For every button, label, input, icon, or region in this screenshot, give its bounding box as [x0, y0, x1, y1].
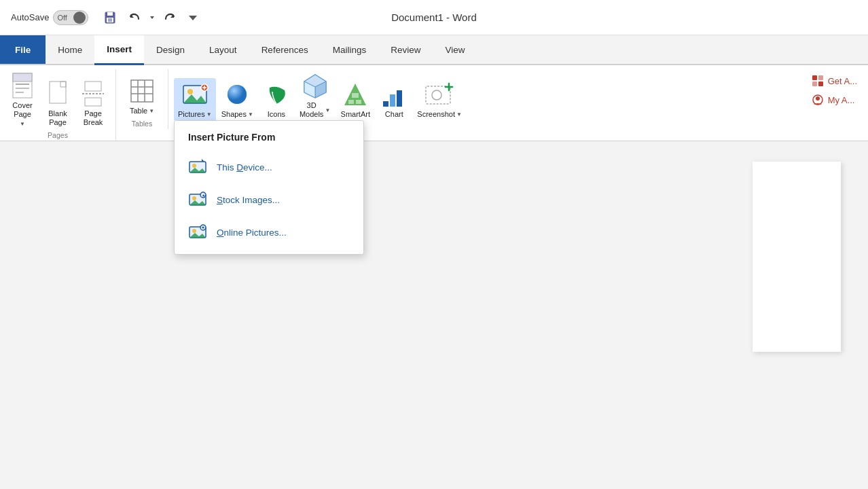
svg-rect-59: [812, 75, 817, 80]
pictures-icon: [181, 81, 209, 108]
stock-images-label: Stock Images...: [217, 195, 280, 205]
screenshot-label: Screenshot: [417, 110, 455, 119]
undo-dropdown-button[interactable]: [148, 12, 156, 24]
document-area: [0, 141, 868, 487]
svg-text:★: ★: [202, 194, 205, 198]
save-button[interactable]: [99, 8, 121, 27]
customize-qat-button[interactable]: [183, 10, 202, 26]
icons-icon: [263, 81, 290, 108]
tab-bar: File Home Insert Design Layout Reference…: [0, 35, 868, 65]
toggle-thumb: [73, 12, 86, 24]
cover-page-button[interactable]: CoverPage ▼: [5, 69, 39, 128]
online-pictures-label: Online Pictures...: [217, 228, 287, 238]
online-pictures-item[interactable]: Online Pictures...: [175, 216, 363, 249]
3d-models-button[interactable]: 3DModels ▼: [295, 69, 334, 120]
my-addins-icon: [812, 94, 824, 106]
svg-rect-1: [107, 12, 113, 16]
table-label: Table: [130, 107, 147, 115]
svg-point-37: [192, 229, 196, 233]
table-button[interactable]: Table ▼: [122, 75, 162, 117]
autosave-toggle[interactable]: Off: [53, 10, 88, 25]
svg-rect-16: [85, 98, 101, 106]
svg-rect-9: [13, 73, 32, 82]
svg-rect-61: [812, 82, 817, 86]
tab-mailings[interactable]: Mailings: [321, 35, 379, 64]
svg-rect-55: [426, 86, 450, 104]
chart-button[interactable]: Chart: [376, 78, 412, 120]
cover-page-icon: [10, 72, 35, 99]
ribbon-group-tables: Table ▼ Tables: [116, 69, 168, 129]
ribbon-group-illustrations: Pictures ▼ Insert Picture From: [168, 69, 471, 132]
svg-rect-17: [131, 80, 153, 102]
this-device-label: This Device...: [217, 162, 272, 173]
smartart-button[interactable]: SmartArt: [336, 78, 375, 120]
screenshot-button[interactable]: Screenshot ▼: [413, 78, 466, 120]
screenshot-icon: [424, 81, 454, 108]
cover-page-label: CoverPage: [12, 101, 32, 119]
get-addins-icon: [812, 75, 824, 87]
my-addins-button[interactable]: My A...: [809, 92, 860, 107]
smartart-label: SmartArt: [341, 110, 370, 119]
autosave-area: AutoSave Off: [11, 10, 88, 25]
svg-rect-53: [390, 94, 395, 107]
cover-page-arrow: ▼: [20, 121, 25, 127]
tab-view[interactable]: View: [433, 35, 477, 64]
shapes-label: Shapes: [221, 110, 247, 119]
this-device-icon: [188, 158, 207, 177]
stock-images-icon: ★: [188, 190, 207, 209]
svg-rect-3: [108, 18, 112, 22]
tab-file[interactable]: File: [0, 35, 46, 64]
autosave-label: AutoSave: [11, 12, 49, 22]
3d-models-icon: [302, 72, 329, 99]
pictures-dropdown-container: Pictures ▼ Insert Picture From: [174, 78, 216, 120]
svg-rect-13: [50, 82, 66, 103]
pictures-label: Pictures: [178, 110, 205, 119]
blank-page-icon: [46, 80, 70, 107]
svg-marker-7: [189, 16, 197, 20]
quick-access-toolbar: [99, 8, 202, 27]
this-device-item[interactable]: This Device...: [175, 151, 363, 183]
svg-point-23: [187, 89, 193, 94]
get-addins-label: Get A...: [828, 76, 857, 86]
chart-label: Chart: [385, 110, 403, 119]
tab-design[interactable]: Design: [144, 35, 197, 64]
tables-group-label: Tables: [122, 117, 162, 129]
screenshot-arrow: ▼: [456, 111, 462, 117]
smartart-icon: [342, 81, 369, 108]
icons-button[interactable]: Icons: [259, 78, 294, 120]
tab-layout[interactable]: Layout: [197, 35, 249, 64]
icons-label: Icons: [268, 110, 285, 119]
pages-group-label: Pages: [5, 128, 110, 141]
tables-items: Table ▼: [122, 69, 162, 117]
undo-button[interactable]: [124, 8, 145, 27]
svg-point-64: [816, 96, 820, 101]
pictures-button[interactable]: Pictures ▼: [174, 78, 216, 120]
pictures-arrow: ▼: [206, 111, 212, 117]
my-addins-label: My A...: [828, 95, 855, 105]
svg-marker-5: [150, 16, 154, 19]
document-title: Document1 - Word: [391, 12, 477, 23]
svg-point-32: [192, 196, 196, 200]
online-pictures-icon: [188, 223, 207, 242]
page-break-label: PageBreak: [84, 109, 103, 127]
tab-insert[interactable]: Insert: [94, 35, 144, 65]
svg-point-29: [192, 164, 196, 168]
title-bar: AutoSave Off: [0, 0, 868, 35]
tab-home[interactable]: Home: [46, 35, 94, 64]
redo-button[interactable]: [159, 8, 181, 27]
ribbon-addins: Get A... My A...: [801, 69, 868, 111]
svg-rect-49: [348, 100, 354, 104]
page-break-button[interactable]: PageBreak: [76, 77, 110, 128]
toggle-state-label: Off: [57, 14, 67, 22]
get-addins-button[interactable]: Get A...: [809, 73, 860, 88]
tab-references[interactable]: References: [249, 35, 321, 64]
ribbon-group-pages: CoverPage ▼ BlankPage: [0, 69, 116, 141]
3d-models-label: 3DModels: [300, 101, 323, 119]
svg-rect-52: [383, 101, 388, 107]
blank-page-button[interactable]: BlankPage: [41, 77, 75, 128]
stock-images-item[interactable]: ★ Stock Images...: [175, 183, 363, 216]
shapes-button[interactable]: Shapes ▼: [217, 78, 257, 120]
tab-review[interactable]: Review: [378, 35, 433, 64]
chart-icon: [380, 81, 408, 108]
dropdown-header: Insert Picture From: [175, 126, 363, 151]
